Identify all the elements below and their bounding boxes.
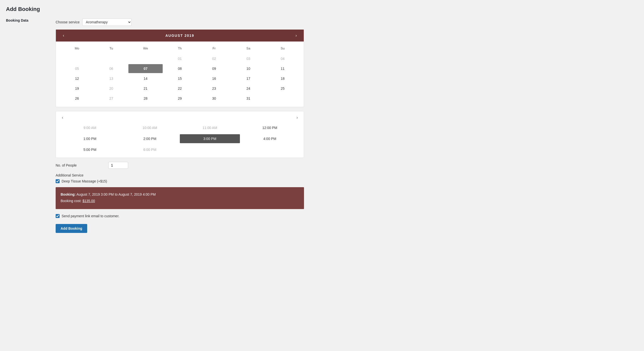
weekday-label: Su	[266, 45, 300, 52]
weekday-label: Mo	[60, 45, 94, 52]
day-cell: 06	[94, 64, 128, 73]
time-prev-button[interactable]: ‹	[60, 115, 65, 120]
time-slot[interactable]: 1:00 PM	[60, 134, 120, 143]
cost-label: Booking cost:	[60, 199, 82, 203]
day-cell: 27	[94, 94, 128, 103]
day-cell[interactable]: 11	[266, 64, 300, 73]
day-cell[interactable]: 09	[197, 64, 231, 73]
send-email-label: Send payment link email to customer.	[62, 214, 120, 218]
day-cell: 02	[197, 54, 231, 63]
weekday-label: We	[128, 45, 163, 52]
time-picker: ‹ › 9:00 AM10:00 AM11:00 AM12:00 PM1:00 …	[56, 111, 304, 158]
day-cell	[60, 54, 94, 63]
time-slot[interactable]: 4:00 PM	[240, 134, 300, 143]
time-slot: 9:00 AM	[60, 123, 120, 132]
service-select[interactable]: AromatherapyDeep Tissue MassageHot Stone…	[82, 19, 132, 26]
day-cell[interactable]: 17	[231, 74, 266, 83]
day-cell[interactable]: 30	[197, 94, 231, 103]
booking-label: Booking:	[60, 192, 76, 196]
day-cell: 04	[266, 54, 300, 63]
day-cell: 20	[94, 84, 128, 93]
day-cell[interactable]: 22	[163, 84, 197, 93]
day-cell[interactable]: 19	[60, 84, 94, 93]
no-of-people-input[interactable]	[108, 162, 128, 169]
booking-summary: Booking: August 7, 2019 3:00 PM to Augus…	[56, 187, 304, 209]
no-of-people-label: No. of People	[56, 163, 105, 167]
additional-service-label: Deep Tissue Massage (+$15)	[62, 179, 107, 183]
time-slot[interactable]: 5:00 PM	[60, 145, 120, 154]
day-cell[interactable]: 10	[231, 64, 266, 73]
day-cell[interactable]: 29	[163, 94, 197, 103]
weekday-label: Sa	[231, 45, 266, 52]
calendar: ‹ AUGUST 2019 › MoTuWeThFrSaSu 010203040…	[56, 29, 304, 107]
additional-service-section: Additional Service Deep Tissue Massage (…	[56, 173, 304, 183]
day-cell[interactable]: 08	[163, 64, 197, 73]
booking-data-label: Booking Data	[6, 19, 56, 22]
time-next-button[interactable]: ›	[294, 115, 300, 120]
day-cell[interactable]: 15	[163, 74, 197, 83]
day-cell: 13	[94, 74, 128, 83]
cost-value[interactable]: $135.00	[82, 199, 95, 203]
booking-range-text: August 7, 2019 3:00 PM to August 7, 2019…	[76, 192, 156, 196]
time-slot[interactable]: 3:00 PM	[180, 134, 240, 143]
time-slot: 10:00 AM	[120, 123, 180, 132]
weekday-label: Tu	[94, 45, 128, 52]
time-slot: 6:00 PM	[120, 145, 180, 154]
day-cell[interactable]: 23	[197, 84, 231, 93]
time-slot[interactable]: 2:00 PM	[120, 134, 180, 143]
day-cell[interactable]: 12	[60, 74, 94, 83]
day-cell[interactable]: 14	[128, 74, 163, 83]
day-cell	[128, 54, 163, 63]
weekday-label: Th	[163, 45, 197, 52]
time-slot[interactable]: 12:00 PM	[240, 123, 300, 132]
day-cell: 05	[60, 64, 94, 73]
weekday-label: Fr	[197, 45, 231, 52]
additional-service-title: Additional Service	[56, 173, 304, 177]
calendar-prev-button[interactable]: ‹	[61, 33, 66, 38]
day-cell[interactable]: 28	[128, 94, 163, 103]
calendar-month-year: AUGUST 2019	[166, 34, 194, 38]
choose-service-label: Choose service	[56, 20, 80, 24]
add-booking-button[interactable]: Add Booking	[56, 224, 87, 233]
day-cell[interactable]: 31	[231, 94, 266, 103]
day-cell	[266, 94, 300, 103]
day-cell	[94, 54, 128, 63]
day-cell[interactable]: 24	[231, 84, 266, 93]
day-cell[interactable]: 16	[197, 74, 231, 83]
page-title: Add Booking	[6, 6, 638, 13]
send-email-checkbox[interactable]	[56, 214, 60, 218]
time-slot: 11:00 AM	[180, 123, 240, 132]
day-cell[interactable]: 26	[60, 94, 94, 103]
day-cell[interactable]: 25	[266, 84, 300, 93]
day-cell[interactable]: 18	[266, 74, 300, 83]
day-cell: 03	[231, 54, 266, 63]
day-cell: 01	[163, 54, 197, 63]
calendar-next-button[interactable]: ›	[294, 33, 299, 38]
additional-service-checkbox[interactable]	[56, 179, 60, 183]
day-cell[interactable]: 21	[128, 84, 163, 93]
day-cell[interactable]: 07	[128, 64, 163, 73]
